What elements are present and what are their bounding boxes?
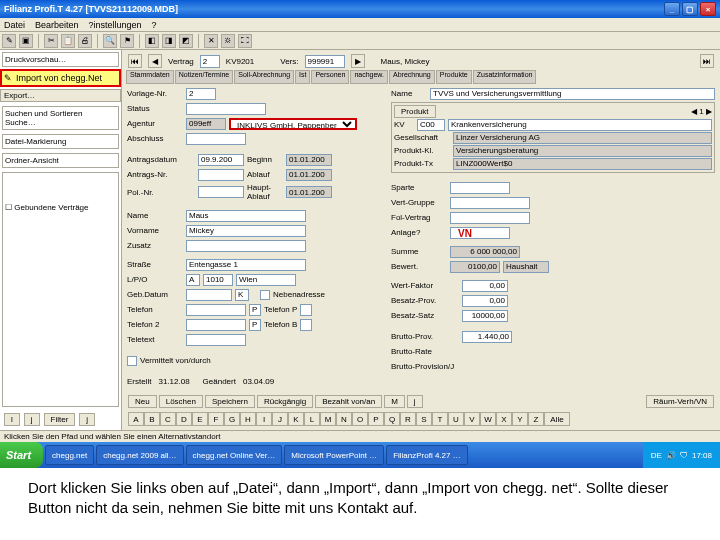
tab-ist[interactable]: Ist [295, 70, 310, 84]
alpha-btn[interactable]: B [144, 412, 160, 426]
toolbar-icon[interactable]: ⛭ [221, 34, 235, 48]
tab-produkte[interactable]: Produkte [436, 70, 472, 84]
alpha-btn[interactable]: D [176, 412, 192, 426]
status-field[interactable] [186, 103, 266, 115]
bewert-unit[interactable] [503, 261, 549, 273]
tel1-x[interactable] [300, 304, 312, 316]
taskbar-item[interactable]: chegg.net 2009 all… [96, 445, 183, 465]
tel1-r[interactable] [249, 304, 261, 316]
taskbar-item[interactable]: chegg.net Online Ver… [186, 445, 283, 465]
name-field[interactable] [186, 210, 306, 222]
bessatz-field[interactable] [462, 310, 508, 322]
vorlage-field[interactable] [186, 88, 216, 100]
bezahlt-button[interactable]: Bezahlt von/an [315, 395, 382, 408]
tel2-r[interactable] [249, 319, 261, 331]
taskbar-item[interactable]: chegg.net [45, 445, 94, 465]
ges-field[interactable] [453, 132, 712, 144]
toolbar-icon[interactable]: ✕ [204, 34, 218, 48]
tab-soll[interactable]: Soll-Abrechnung [234, 70, 294, 84]
sidebar-item[interactable]: Ordner-Ansicht [5, 156, 116, 165]
geb-k[interactable] [235, 289, 249, 301]
toolbar-icon[interactable]: ⛶ [238, 34, 252, 48]
alpha-btn[interactable]: L [304, 412, 320, 426]
tab-personen[interactable]: Personen [311, 70, 349, 84]
bewert-field[interactable] [450, 261, 500, 273]
agentur-field[interactable] [186, 118, 226, 130]
produkt-nav[interactable]: ◀ 1 ▶ [691, 107, 712, 116]
sidebar-btn[interactable]: j [24, 413, 40, 426]
alpha-btn[interactable]: J [272, 412, 288, 426]
sidebar-item[interactable]: Suchen und Sortieren [5, 109, 116, 118]
vertrag-field[interactable] [200, 55, 220, 68]
toolbar-icon[interactable]: ⚑ [120, 34, 134, 48]
m-button[interactable]: M [384, 395, 405, 408]
alpha-btn[interactable]: V [464, 412, 480, 426]
alpha-btn[interactable]: C [160, 412, 176, 426]
alpha-btn[interactable]: T [432, 412, 448, 426]
tab-nachgew[interactable]: nachgew. [350, 70, 388, 84]
alpha-btn[interactable]: R [400, 412, 416, 426]
tel2-field[interactable] [186, 319, 246, 331]
kv-t[interactable] [448, 119, 712, 131]
agentur-dropdown[interactable]: INKLIVS GmbH, Pappenbergstr. [229, 118, 357, 130]
strasse-field[interactable] [186, 259, 306, 271]
beginn-field[interactable] [286, 154, 332, 166]
menu-datei[interactable]: Datei [4, 20, 25, 30]
sidebar-item[interactable]: Datei-Markierung [5, 137, 116, 146]
neu-button[interactable]: Neu [128, 395, 157, 408]
prodtx-field[interactable] [453, 158, 712, 170]
vers-field[interactable] [305, 55, 345, 68]
hauptablauf-field[interactable] [286, 186, 332, 198]
speichern-button[interactable]: Speichern [205, 395, 255, 408]
tree-item[interactable]: ☐ Gebundene Verträge [5, 203, 89, 212]
alpha-btn[interactable]: Z [528, 412, 544, 426]
alpha-btn[interactable]: G [224, 412, 240, 426]
sidebar-item[interactable]: Suche… [5, 118, 116, 127]
vorname-field[interactable] [186, 225, 306, 237]
vermittelt-checkbox[interactable] [127, 356, 137, 366]
raum-button[interactable]: Räum-Verh/VN [646, 395, 714, 408]
alpha-alle[interactable]: Alle [544, 412, 570, 426]
zusatz-field[interactable] [186, 240, 306, 252]
menu-bearbeiten[interactable]: Bearbeiten [35, 20, 79, 30]
toolbar-icon[interactable]: ✎ [2, 34, 16, 48]
ablauf-field[interactable] [286, 169, 332, 181]
alpha-btn[interactable]: N [336, 412, 352, 426]
menu-einstellungen[interactable]: ?instellungen [89, 20, 142, 30]
produkt-button[interactable]: Produkt [394, 105, 436, 118]
alpha-btn[interactable]: Y [512, 412, 528, 426]
start-button[interactable]: Start [0, 442, 43, 468]
alpha-btn[interactable]: K [288, 412, 304, 426]
tab-abrechnung[interactable]: Abrechnung [389, 70, 435, 84]
alpha-btn[interactable]: P [368, 412, 384, 426]
alpha-btn[interactable]: H [240, 412, 256, 426]
alpha-btn[interactable]: A [128, 412, 144, 426]
toolbar-icon[interactable]: ▣ [19, 34, 33, 48]
nav-first-icon[interactable]: ⏮ [128, 54, 142, 68]
taskbar-item[interactable]: FilianzProfi 4.27 … [386, 445, 468, 465]
alpha-btn[interactable]: F [208, 412, 224, 426]
tel2-x[interactable] [300, 319, 312, 331]
neben-checkbox[interactable] [260, 290, 270, 300]
tab-notizen[interactable]: Notizen/Termine [175, 70, 234, 84]
vertgruppe-field[interactable] [450, 197, 530, 209]
alpha-btn[interactable]: S [416, 412, 432, 426]
name-line-field[interactable] [430, 88, 715, 100]
minimize-button[interactable]: _ [664, 2, 680, 16]
besprov-field[interactable] [462, 295, 508, 307]
toolbar-icon[interactable]: 📋 [61, 34, 75, 48]
tel1-field[interactable] [186, 304, 246, 316]
nav-next-icon[interactable]: ▶ [351, 54, 365, 68]
sidebar-btn[interactable]: l [4, 413, 20, 426]
toolbar-icon[interactable]: ◧ [145, 34, 159, 48]
rueckgaengig-button[interactable]: Rückgängig [257, 395, 313, 408]
summe-field[interactable] [450, 246, 520, 258]
tel3-field[interactable] [186, 334, 246, 346]
alpha-btn[interactable]: W [480, 412, 496, 426]
alpha-btn[interactable]: U [448, 412, 464, 426]
toolbar-icon[interactable]: ◩ [179, 34, 193, 48]
tab-zusatz[interactable]: Zusatzinformation [473, 70, 537, 84]
lpo-b[interactable] [203, 274, 233, 286]
prodkl-field[interactable] [453, 145, 712, 157]
abschluss-field[interactable] [186, 133, 246, 145]
